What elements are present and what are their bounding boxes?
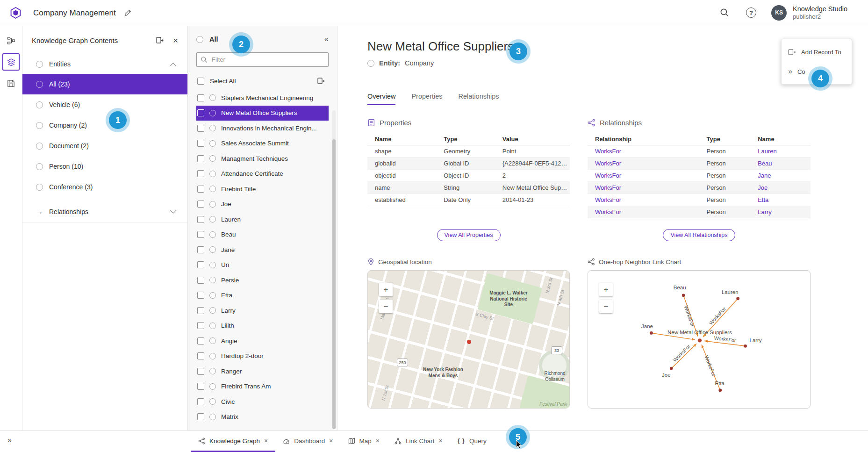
zoom-in-button[interactable]: + [599, 283, 613, 296]
entity-record-item[interactable]: Etta [196, 288, 329, 303]
entity-type-item[interactable]: All (23) [22, 74, 187, 94]
record-checkbox[interactable] [197, 337, 204, 344]
record-checkbox[interactable] [197, 246, 204, 253]
entity-record-item[interactable]: Innovations in Mechanical Engin... [196, 121, 329, 136]
record-checkbox[interactable] [197, 140, 204, 147]
entity-record-item[interactable]: Larry [196, 303, 329, 318]
map-attribution-toggle[interactable]: › [566, 402, 567, 407]
entity-record-item[interactable]: Joe [196, 197, 329, 212]
search-icon[interactable] [718, 6, 731, 19]
rail-save-icon[interactable] [2, 75, 20, 92]
tab-properties[interactable]: Properties [411, 93, 442, 105]
record-checkbox[interactable] [197, 352, 204, 359]
record-checkbox[interactable] [197, 292, 204, 299]
view-all-properties-button[interactable]: View All Properties [437, 229, 501, 241]
entity-record-item[interactable]: Lilith [196, 318, 329, 334]
add-item-icon[interactable] [153, 34, 166, 47]
help-icon[interactable]: ? [746, 7, 756, 18]
related-entity-link[interactable]: Beau [750, 160, 811, 167]
related-entity-link[interactable]: Lauren [750, 148, 811, 155]
entity-record-item[interactable]: Firebird Title [196, 181, 329, 197]
entity-record-item[interactable]: Persie [196, 273, 329, 288]
node-beau[interactable] [682, 294, 685, 297]
record-checkbox[interactable] [197, 201, 204, 208]
node-center[interactable] [698, 338, 702, 342]
view-tab-map[interactable]: Map × [341, 431, 387, 452]
one-hop-link-chart[interactable]: WorksFor WorksFor WorksFor WorksFor Work… [588, 270, 811, 409]
entity-record-item[interactable]: Firebird Trans Am [196, 379, 329, 395]
add-record-icon[interactable] [315, 74, 328, 87]
entity-record-item[interactable]: Attendance Certificate [196, 166, 329, 182]
entity-record-item[interactable]: Ranger [196, 364, 329, 379]
rail-schema-icon[interactable] [2, 32, 20, 49]
entity-type-item[interactable]: Person (10) [22, 156, 187, 177]
zoom-out-button[interactable]: − [599, 300, 613, 313]
record-checkbox[interactable] [197, 383, 204, 390]
record-checkbox[interactable] [197, 94, 204, 101]
select-all-checkbox[interactable] [197, 78, 204, 85]
view-tab-knowledge-graph[interactable]: Knowledge Graph × [191, 431, 275, 452]
node-lauren[interactable] [736, 297, 739, 300]
close-tab-icon[interactable]: × [438, 438, 442, 444]
relationships-section-header[interactable]: → Relationships [22, 201, 187, 222]
record-checkbox[interactable] [197, 261, 204, 268]
record-checkbox[interactable] [197, 109, 204, 116]
related-entity-link[interactable]: Etta [750, 196, 811, 203]
entity-record-item[interactable]: Angie [196, 333, 329, 349]
collapse-panel-icon[interactable]: « [324, 35, 329, 43]
map-marker[interactable] [467, 340, 471, 344]
app-logo-icon[interactable] [9, 7, 22, 20]
filter-input[interactable] [196, 52, 329, 67]
rail-layers-icon[interactable] [2, 53, 20, 71]
record-checkbox[interactable] [197, 125, 204, 132]
close-panel-icon[interactable]: × [173, 36, 178, 45]
entity-record-item[interactable]: New Metal Office Suppliers [196, 106, 329, 121]
relationship-type-link[interactable]: WorksFor [588, 184, 699, 191]
view-all-relationships-button[interactable]: View All Relationships [663, 229, 735, 241]
view-tab-link-chart[interactable]: Link Chart × [387, 431, 450, 452]
relationship-type-link[interactable]: WorksFor [588, 148, 699, 155]
entity-record-item[interactable]: Civic [196, 394, 329, 409]
tab-relationships[interactable]: Relationships [459, 93, 499, 105]
entity-record-item[interactable]: Beau [196, 227, 329, 243]
relationship-type-link[interactable]: WorksFor [588, 172, 699, 179]
record-checkbox[interactable] [197, 413, 204, 420]
tab-overview[interactable]: Overview [367, 93, 395, 105]
entity-type-item[interactable]: Vehicle (6) [22, 94, 187, 115]
view-tab-query[interactable]: { } Query [450, 431, 494, 452]
related-entity-link[interactable]: Larry [750, 208, 811, 215]
record-checkbox[interactable] [197, 155, 204, 162]
related-entity-link[interactable]: Jane [750, 172, 811, 179]
zoom-out-button[interactable]: − [379, 300, 393, 313]
node-joe[interactable] [670, 367, 673, 370]
node-jane[interactable] [650, 331, 653, 335]
record-checkbox[interactable] [197, 322, 204, 329]
record-checkbox[interactable] [197, 186, 204, 193]
edit-title-icon[interactable] [122, 7, 135, 20]
entity-record-item[interactable]: Uri [196, 258, 329, 273]
zoom-in-button[interactable]: + [379, 283, 393, 296]
record-checkbox[interactable] [197, 307, 204, 314]
entity-type-item[interactable]: Conference (3) [22, 177, 187, 197]
node-etta[interactable] [718, 389, 722, 392]
scrollbar-thumb[interactable] [332, 139, 336, 429]
entities-section-header[interactable]: Entities [22, 54, 187, 74]
record-checkbox[interactable] [197, 231, 204, 238]
close-tab-icon[interactable]: × [329, 438, 333, 444]
close-tab-icon[interactable]: × [376, 438, 380, 444]
menu-item-add-record-to[interactable]: Add Record To [782, 42, 852, 62]
entity-record-item[interactable]: Sales Associate Summit [196, 136, 329, 151]
related-entity-link[interactable]: Joe [750, 184, 811, 191]
close-tab-icon[interactable]: × [264, 438, 268, 444]
entity-record-item[interactable]: Managment Techniques [196, 151, 329, 166]
node-larry[interactable] [744, 344, 747, 348]
entity-type-item[interactable]: Company (2) [22, 115, 187, 136]
record-checkbox[interactable] [197, 368, 204, 375]
entity-record-item[interactable]: Jane [196, 242, 329, 258]
record-checkbox[interactable] [197, 216, 204, 223]
entity-record-item[interactable]: Matrix [196, 409, 329, 425]
view-tab-dashboard[interactable]: Dashboard × [275, 431, 340, 452]
scrollbar-track[interactable] [332, 110, 336, 428]
relationship-type-link[interactable]: WorksFor [588, 196, 699, 203]
map[interactable]: Maggie L. Walker National Historic Site … [367, 270, 570, 409]
